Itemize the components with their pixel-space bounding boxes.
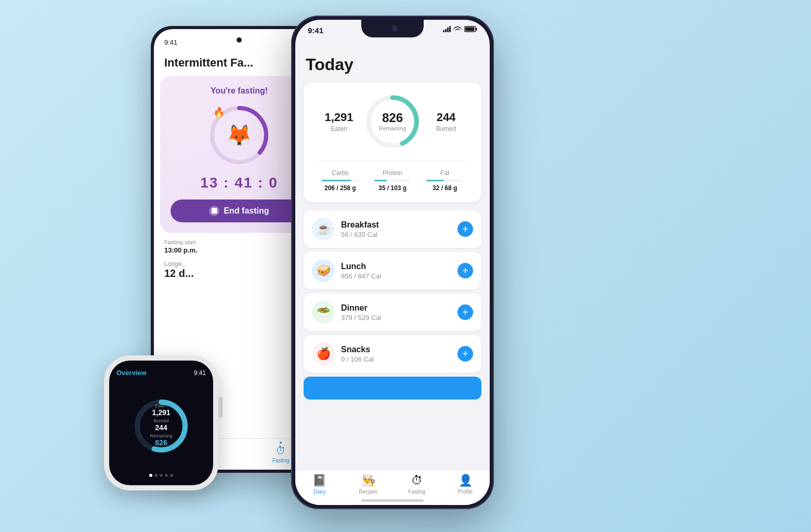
fat-macro: Fat 32 / 68 g [418,169,471,192]
dinner-add-button[interactable]: + [457,304,473,320]
recipes-tab-icon: 👨‍🍳 [361,474,375,487]
watch-title: Overview [116,369,147,377]
carbs-value: 206 / 258 g [314,184,367,192]
breakfast-add-button[interactable]: + [457,221,473,237]
breakfast-name: Breakfast [341,220,457,230]
wifi-icon [453,26,462,32]
dinner-icon: 🥗 [312,301,335,324]
protein-bar-fill [374,180,387,181]
watch-dot-4 [165,474,168,477]
iphone: 9:41 [291,16,494,509]
diary-tab-icon: 📓 [312,474,326,487]
protein-macro: Protein 35 / 103 g [367,169,419,192]
tab-fasting[interactable]: ⏱ Fasting [393,474,441,495]
breakfast-cal: 56 / 635 Cal [341,231,457,238]
end-fasting-label: End fasting [224,206,269,216]
dinner-name: Dinner [341,303,457,313]
snacks-cal: 0 / 106 Cal [341,355,457,363]
carbs-bar-track [322,180,358,181]
fasting-ring: 🔥 🦊 [208,104,270,166]
tab-profile[interactable]: 👤 Profile [441,474,490,495]
breakfast-info: Breakfast 56 / 635 Cal [341,220,457,238]
fire-icon: 🔥 [213,107,225,118]
battery-icon [464,26,477,32]
snacks-info: Snacks 0 / 106 Cal [341,345,457,363]
tab-diary[interactable]: 📓 Diary [295,474,344,495]
remaining-ring-label: Remaining [379,125,407,131]
iphone-time: 9:41 [308,26,323,35]
protein-bar-track [374,180,411,181]
android-tab-fasting[interactable]: ⏱ Fasting [272,442,290,463]
fasting-start-info: Fasting start 13:00 p.m. [164,239,198,254]
watch-time: 9:41 [194,369,206,377]
lunch-icon: 🥪 [312,259,335,282]
carbs-label: Carbs [314,169,367,177]
fasting-tab-icon: ⏱ [276,445,286,457]
breakfast-card: ☕ Breakfast 56 / 635 Cal + [304,210,481,248]
home-indicator [361,499,424,502]
fat-value: 32 / 68 g [418,184,471,192]
recipes-tab-label: Recipes [359,489,377,495]
profile-tab-icon: 👤 [459,474,473,487]
macro-row: Carbs 206 / 258 g Protein 35 / 103 g [314,161,471,192]
iphone-scroll-area[interactable]: Today 1,291 Eaten [295,46,490,505]
android-time: 9:41 [164,38,177,46]
watch-burned-value: 244 [150,423,172,432]
svg-rect-5 [476,28,477,31]
watch-dot-5 [170,474,173,477]
tab-recipes[interactable]: 👨‍🍳 Recipes [344,474,393,495]
watch-burned-label: Burned [150,418,172,423]
snacks-add-button[interactable]: + [457,346,473,362]
snacks-icon: 🍎 [312,342,335,365]
breakfast-icon: ☕ [312,218,335,241]
protein-label: Protein [367,169,419,177]
screen-title: Today [295,51,490,83]
watch-remaining-value: 826 [150,438,172,447]
dinner-card: 🥗 Dinner 379 / 529 Cal + [304,294,481,331]
watch-dot-1 [149,474,152,477]
lunch-add-button[interactable]: + [457,263,473,278]
fat-label: Fat [418,169,471,177]
fat-bar-fill [426,180,443,181]
iphone-notch [361,20,424,37]
fox-emoji: 🦊 [226,123,252,148]
fasting-tab-label: Fasting [272,458,290,463]
active-dot [280,442,282,444]
fasting-start-label: Fasting start [164,239,198,245]
fasting-tab-label: Fasting [408,489,425,495]
fasting-timer: 13 : 41 : 0 [171,175,308,191]
action-bar[interactable] [304,377,481,400]
remaining-ring-value: 826 [379,112,407,124]
fasting-tab-icon: ⏱ [411,474,423,487]
watch-ring-area: Eaten 1,291 Burned 244 Remaining 826 [116,381,206,471]
calorie-row: 1,291 Eaten 826 Remaining [314,93,471,150]
lunch-card: 🥪 Lunch 856 / 847 Cal + [304,252,481,289]
protein-value: 35 / 103 g [367,184,419,192]
lunch-name: Lunch [341,262,457,271]
eaten-label: Eaten [314,125,364,132]
carbs-macro: Carbs 206 / 258 g [314,169,367,192]
signal-icon [443,26,451,32]
watch-dot-2 [154,474,158,477]
fasting-start-value: 13:00 p.m. [164,246,198,254]
eaten-value: 1,291 [314,111,364,124]
watch-remaining-label: Remaining [150,433,172,438]
burned-stat: 244 Burned [421,111,471,132]
carbs-bar-fill [322,180,351,181]
apple-watch: Overview 9:41 Eaten 1,291 Burned 244 [104,355,218,490]
bottom-spacer [295,400,490,441]
ring-center: 826 Remaining [379,112,407,131]
watch-crown [218,397,223,418]
watch-screen: Overview 9:41 Eaten 1,291 Burned 244 [109,361,213,485]
lunch-info: Lunch 856 / 847 Cal [341,262,457,280]
svg-rect-6 [465,28,475,31]
dinner-info: Dinner 379 / 529 Cal [341,303,457,322]
calorie-ring: 826 Remaining [364,93,421,150]
profile-tab-label: Profile [458,489,473,495]
end-fasting-button[interactable]: ⏹ End fasting [171,200,308,222]
fasting-label: You're fasting! [171,86,308,96]
dinner-cal: 379 / 529 Cal [341,314,457,322]
calorie-card: 1,291 Eaten 826 Remaining [304,83,481,202]
lunch-cal: 856 / 847 Cal [341,272,457,280]
iphone-screen-container: 9:41 [295,20,490,505]
